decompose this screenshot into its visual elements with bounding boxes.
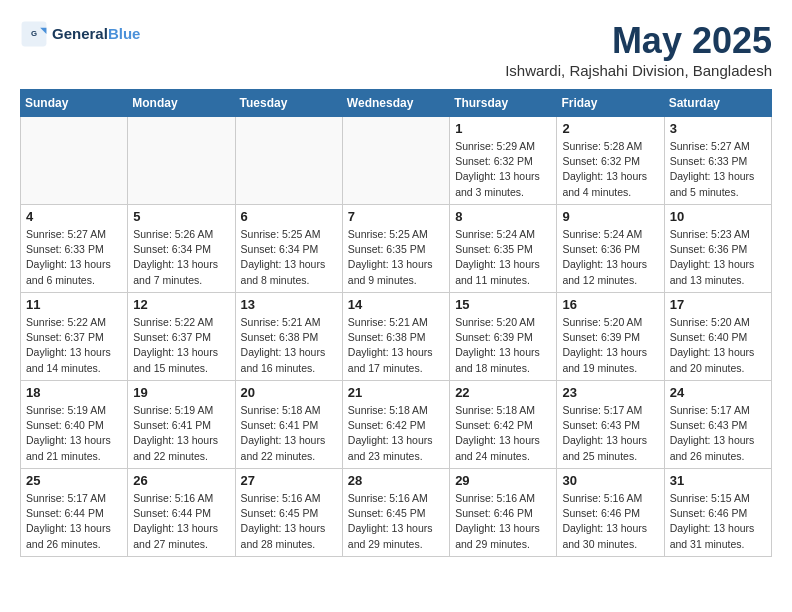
calendar-cell: 21Sunrise: 5:18 AM Sunset: 6:42 PM Dayli… xyxy=(342,381,449,469)
day-info: Sunrise: 5:24 AM Sunset: 6:35 PM Dayligh… xyxy=(455,227,551,288)
day-info: Sunrise: 5:16 AM Sunset: 6:46 PM Dayligh… xyxy=(455,491,551,552)
title-area: May 2025 Ishwardi, Rajshahi Division, Ba… xyxy=(505,20,772,79)
day-number: 19 xyxy=(133,385,229,400)
week-row-2: 4Sunrise: 5:27 AM Sunset: 6:33 PM Daylig… xyxy=(21,205,772,293)
calendar-cell: 8Sunrise: 5:24 AM Sunset: 6:35 PM Daylig… xyxy=(450,205,557,293)
day-number: 23 xyxy=(562,385,658,400)
calendar-cell: 16Sunrise: 5:20 AM Sunset: 6:39 PM Dayli… xyxy=(557,293,664,381)
calendar-header-saturday: Saturday xyxy=(664,90,771,117)
calendar-cell: 13Sunrise: 5:21 AM Sunset: 6:38 PM Dayli… xyxy=(235,293,342,381)
calendar-table: SundayMondayTuesdayWednesdayThursdayFrid… xyxy=(20,89,772,557)
calendar-cell: 20Sunrise: 5:18 AM Sunset: 6:41 PM Dayli… xyxy=(235,381,342,469)
day-number: 2 xyxy=(562,121,658,136)
day-info: Sunrise: 5:20 AM Sunset: 6:40 PM Dayligh… xyxy=(670,315,766,376)
day-number: 18 xyxy=(26,385,122,400)
day-number: 11 xyxy=(26,297,122,312)
day-info: Sunrise: 5:26 AM Sunset: 6:34 PM Dayligh… xyxy=(133,227,229,288)
day-number: 21 xyxy=(348,385,444,400)
day-number: 28 xyxy=(348,473,444,488)
day-info: Sunrise: 5:18 AM Sunset: 6:42 PM Dayligh… xyxy=(348,403,444,464)
day-info: Sunrise: 5:17 AM Sunset: 6:43 PM Dayligh… xyxy=(670,403,766,464)
week-row-5: 25Sunrise: 5:17 AM Sunset: 6:44 PM Dayli… xyxy=(21,469,772,557)
calendar-header-monday: Monday xyxy=(128,90,235,117)
day-number: 20 xyxy=(241,385,337,400)
day-info: Sunrise: 5:22 AM Sunset: 6:37 PM Dayligh… xyxy=(26,315,122,376)
calendar-cell xyxy=(21,117,128,205)
day-number: 7 xyxy=(348,209,444,224)
calendar-header-sunday: Sunday xyxy=(21,90,128,117)
calendar-cell: 4Sunrise: 5:27 AM Sunset: 6:33 PM Daylig… xyxy=(21,205,128,293)
week-row-1: 1Sunrise: 5:29 AM Sunset: 6:32 PM Daylig… xyxy=(21,117,772,205)
calendar-cell: 12Sunrise: 5:22 AM Sunset: 6:37 PM Dayli… xyxy=(128,293,235,381)
day-info: Sunrise: 5:19 AM Sunset: 6:41 PM Dayligh… xyxy=(133,403,229,464)
calendar-cell: 27Sunrise: 5:16 AM Sunset: 6:45 PM Dayli… xyxy=(235,469,342,557)
day-number: 1 xyxy=(455,121,551,136)
calendar-cell: 14Sunrise: 5:21 AM Sunset: 6:38 PM Dayli… xyxy=(342,293,449,381)
calendar-cell: 31Sunrise: 5:15 AM Sunset: 6:46 PM Dayli… xyxy=(664,469,771,557)
day-info: Sunrise: 5:16 AM Sunset: 6:45 PM Dayligh… xyxy=(348,491,444,552)
day-info: Sunrise: 5:22 AM Sunset: 6:37 PM Dayligh… xyxy=(133,315,229,376)
calendar-cell: 6Sunrise: 5:25 AM Sunset: 6:34 PM Daylig… xyxy=(235,205,342,293)
day-info: Sunrise: 5:23 AM Sunset: 6:36 PM Dayligh… xyxy=(670,227,766,288)
day-number: 14 xyxy=(348,297,444,312)
day-number: 30 xyxy=(562,473,658,488)
day-info: Sunrise: 5:27 AM Sunset: 6:33 PM Dayligh… xyxy=(26,227,122,288)
day-info: Sunrise: 5:18 AM Sunset: 6:41 PM Dayligh… xyxy=(241,403,337,464)
calendar-cell: 1Sunrise: 5:29 AM Sunset: 6:32 PM Daylig… xyxy=(450,117,557,205)
calendar-cell: 9Sunrise: 5:24 AM Sunset: 6:36 PM Daylig… xyxy=(557,205,664,293)
day-number: 3 xyxy=(670,121,766,136)
day-info: Sunrise: 5:16 AM Sunset: 6:46 PM Dayligh… xyxy=(562,491,658,552)
calendar-header-thursday: Thursday xyxy=(450,90,557,117)
day-info: Sunrise: 5:17 AM Sunset: 6:43 PM Dayligh… xyxy=(562,403,658,464)
day-number: 26 xyxy=(133,473,229,488)
calendar-header-row: SundayMondayTuesdayWednesdayThursdayFrid… xyxy=(21,90,772,117)
calendar-cell: 22Sunrise: 5:18 AM Sunset: 6:42 PM Dayli… xyxy=(450,381,557,469)
calendar-cell: 15Sunrise: 5:20 AM Sunset: 6:39 PM Dayli… xyxy=(450,293,557,381)
calendar-cell: 17Sunrise: 5:20 AM Sunset: 6:40 PM Dayli… xyxy=(664,293,771,381)
subtitle: Ishwardi, Rajshahi Division, Bangladesh xyxy=(505,62,772,79)
day-number: 6 xyxy=(241,209,337,224)
day-info: Sunrise: 5:17 AM Sunset: 6:44 PM Dayligh… xyxy=(26,491,122,552)
day-number: 12 xyxy=(133,297,229,312)
calendar-cell xyxy=(342,117,449,205)
calendar-header-wednesday: Wednesday xyxy=(342,90,449,117)
day-info: Sunrise: 5:20 AM Sunset: 6:39 PM Dayligh… xyxy=(455,315,551,376)
calendar-header-friday: Friday xyxy=(557,90,664,117)
day-number: 13 xyxy=(241,297,337,312)
calendar-cell: 10Sunrise: 5:23 AM Sunset: 6:36 PM Dayli… xyxy=(664,205,771,293)
day-info: Sunrise: 5:28 AM Sunset: 6:32 PM Dayligh… xyxy=(562,139,658,200)
day-number: 25 xyxy=(26,473,122,488)
calendar-cell: 19Sunrise: 5:19 AM Sunset: 6:41 PM Dayli… xyxy=(128,381,235,469)
calendar-cell: 11Sunrise: 5:22 AM Sunset: 6:37 PM Dayli… xyxy=(21,293,128,381)
calendar-cell: 24Sunrise: 5:17 AM Sunset: 6:43 PM Dayli… xyxy=(664,381,771,469)
calendar-cell: 23Sunrise: 5:17 AM Sunset: 6:43 PM Dayli… xyxy=(557,381,664,469)
calendar-cell: 30Sunrise: 5:16 AM Sunset: 6:46 PM Dayli… xyxy=(557,469,664,557)
day-info: Sunrise: 5:27 AM Sunset: 6:33 PM Dayligh… xyxy=(670,139,766,200)
day-info: Sunrise: 5:20 AM Sunset: 6:39 PM Dayligh… xyxy=(562,315,658,376)
logo-icon: G xyxy=(20,20,48,48)
calendar-cell xyxy=(128,117,235,205)
day-info: Sunrise: 5:19 AM Sunset: 6:40 PM Dayligh… xyxy=(26,403,122,464)
calendar-cell: 18Sunrise: 5:19 AM Sunset: 6:40 PM Dayli… xyxy=(21,381,128,469)
calendar-cell: 25Sunrise: 5:17 AM Sunset: 6:44 PM Dayli… xyxy=(21,469,128,557)
day-info: Sunrise: 5:16 AM Sunset: 6:44 PM Dayligh… xyxy=(133,491,229,552)
week-row-4: 18Sunrise: 5:19 AM Sunset: 6:40 PM Dayli… xyxy=(21,381,772,469)
day-number: 24 xyxy=(670,385,766,400)
day-info: Sunrise: 5:18 AM Sunset: 6:42 PM Dayligh… xyxy=(455,403,551,464)
svg-text:G: G xyxy=(31,29,37,38)
page-header: G GeneralBlue May 2025 Ishwardi, Rajshah… xyxy=(20,20,772,79)
calendar-cell: 5Sunrise: 5:26 AM Sunset: 6:34 PM Daylig… xyxy=(128,205,235,293)
day-info: Sunrise: 5:21 AM Sunset: 6:38 PM Dayligh… xyxy=(241,315,337,376)
calendar-cell: 26Sunrise: 5:16 AM Sunset: 6:44 PM Dayli… xyxy=(128,469,235,557)
day-number: 8 xyxy=(455,209,551,224)
day-number: 5 xyxy=(133,209,229,224)
day-number: 10 xyxy=(670,209,766,224)
day-number: 22 xyxy=(455,385,551,400)
day-info: Sunrise: 5:15 AM Sunset: 6:46 PM Dayligh… xyxy=(670,491,766,552)
day-info: Sunrise: 5:21 AM Sunset: 6:38 PM Dayligh… xyxy=(348,315,444,376)
logo-text: GeneralBlue xyxy=(52,25,140,43)
logo: G GeneralBlue xyxy=(20,20,140,48)
day-info: Sunrise: 5:16 AM Sunset: 6:45 PM Dayligh… xyxy=(241,491,337,552)
day-info: Sunrise: 5:29 AM Sunset: 6:32 PM Dayligh… xyxy=(455,139,551,200)
calendar-cell: 2Sunrise: 5:28 AM Sunset: 6:32 PM Daylig… xyxy=(557,117,664,205)
